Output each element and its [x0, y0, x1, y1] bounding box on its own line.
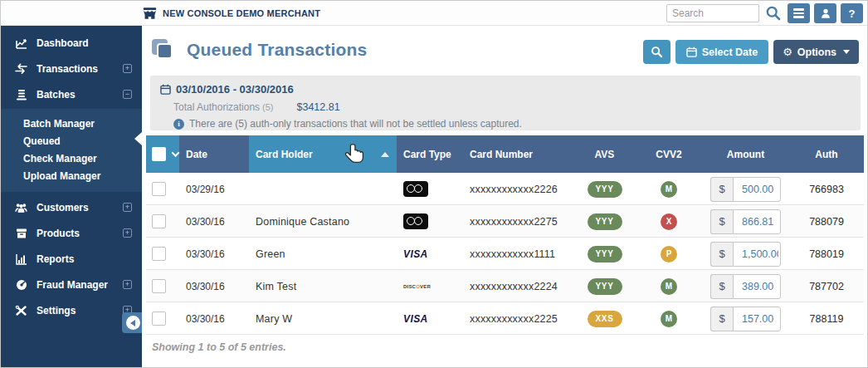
card-type-logo: DISCOVER	[397, 270, 463, 302]
auth-code: 788119	[789, 302, 864, 335]
masked-card-number: xxxxxxxxxxxx2224	[463, 270, 573, 302]
avs-badge: YYY	[588, 246, 622, 263]
active-item-notch	[134, 132, 142, 145]
row-checkbox[interactable]	[152, 312, 166, 326]
currency-prefix: $	[710, 307, 733, 331]
column-header-card-number[interactable]: Card Number	[463, 135, 573, 173]
card-holder-name: Kim Test	[249, 270, 397, 302]
table-row: 03/30/16 Mary W VISA xxxxxxxxxxxx2225 XX…	[146, 302, 864, 335]
amount-input-group: $	[710, 242, 781, 267]
row-checkbox[interactable]	[152, 279, 166, 293]
amount-input[interactable]	[733, 177, 781, 202]
merchant-brand: NEW CONSOLE DEMO MERCHANT	[143, 1, 320, 26]
card-type-logo: VISA	[397, 302, 463, 335]
currency-prefix: $	[710, 242, 733, 267]
currency-prefix: $	[710, 274, 733, 299]
amount-input-group: $	[710, 274, 781, 299]
sidebar-item-settings[interactable]: Settings +	[1, 297, 142, 323]
calendar-icon	[686, 47, 697, 57]
sidebar-item-products[interactable]: Products +	[1, 220, 142, 246]
row-checkbox[interactable]	[152, 247, 166, 261]
sidebar-item-transactions[interactable]: Transactions +	[1, 56, 142, 81]
column-header-auth[interactable]: Auth	[789, 135, 864, 173]
column-header-card-holder[interactable]: Card Holder	[249, 135, 397, 173]
sidebar-item-batches[interactable]: Batches −	[1, 81, 142, 107]
expand-icon[interactable]: +	[123, 280, 132, 289]
table-search-button[interactable]	[643, 40, 671, 64]
transaction-date: 03/29/16	[179, 173, 249, 205]
collapse-section-icon[interactable]: −	[123, 90, 132, 99]
menu-button[interactable]	[788, 3, 810, 23]
table-footer: Showing 1 to 5 of 5 entries.	[152, 341, 286, 353]
sort-ascending-icon	[381, 152, 389, 157]
expand-icon[interactable]: +	[123, 203, 132, 212]
table-row: 03/30/16 Green VISA xxxxxxxxxxxx1111 YYY…	[146, 238, 864, 270]
amount-input-group: $	[710, 209, 781, 234]
question-icon: ?	[849, 7, 856, 20]
transfer-arrows-icon	[15, 63, 27, 74]
visa-logo: VISA	[403, 313, 428, 325]
transaction-date: 03/30/16	[179, 205, 249, 238]
product-box-icon	[15, 228, 27, 239]
sidebar-item-customers[interactable]: Customers +	[1, 194, 142, 220]
transaction-date: 03/30/16	[179, 270, 249, 302]
amount-input[interactable]	[733, 307, 781, 331]
select-date-button[interactable]: Select Date	[675, 40, 768, 64]
sidebar-item-check-manager[interactable]: Check Manager	[1, 150, 142, 167]
column-header-amount[interactable]: Amount	[702, 135, 789, 173]
users-icon	[15, 202, 27, 213]
avs-badge: YYY	[588, 213, 622, 230]
page-header: Queued Transactions Select Date ⚙ Option…	[152, 37, 859, 66]
expand-icon[interactable]: +	[123, 64, 132, 73]
auth-only-notice: There are (5) auth-only transactions tha…	[189, 118, 522, 130]
options-button[interactable]: ⚙ Options	[773, 40, 859, 64]
column-header-card-type[interactable]: Card Type	[397, 135, 463, 173]
column-header-avs[interactable]: AVS	[573, 135, 636, 173]
sidebar-item-fraud-manager[interactable]: Fraud Manager +	[1, 272, 142, 297]
sidebar-item-dashboard[interactable]: Dashboard	[1, 30, 142, 56]
table-row: 03/29/16 xxxxxxxxxxxx2226 YYY M $ 766983	[146, 173, 864, 205]
amount-input[interactable]	[733, 274, 781, 299]
avs-badge: YYY	[588, 181, 622, 198]
row-checkbox[interactable]	[152, 182, 166, 196]
page-title: Queued Transactions	[187, 40, 367, 60]
page-actions: Select Date ⚙ Options	[643, 40, 859, 64]
sidebar-item-queued[interactable]: Queued	[1, 132, 142, 150]
help-button[interactable]: ?	[841, 3, 863, 23]
card-type-logo	[397, 173, 463, 205]
account-button[interactable]	[814, 3, 836, 23]
amount-input[interactable]	[733, 242, 781, 267]
transactions-table: Date Card Holder Card Type Card Number A…	[146, 135, 864, 335]
transaction-date: 03/30/16	[179, 302, 249, 335]
expand-icon[interactable]: +	[123, 228, 132, 238]
auth-code: 788079	[789, 205, 864, 238]
sidebar-item-reports[interactable]: Reports	[1, 246, 142, 272]
sidebar: Dashboard Transactions + Batches − Batch…	[1, 26, 142, 368]
card-holder-name: Dominique Castano	[249, 205, 397, 238]
column-header-cvv2[interactable]: CVV2	[636, 135, 702, 173]
collapse-arrow-icon	[126, 316, 140, 330]
batch-stack-icon	[15, 89, 27, 101]
auth-code: 787702	[789, 270, 864, 302]
row-checkbox[interactable]	[152, 214, 166, 228]
chevron-down-icon[interactable]	[172, 149, 180, 157]
column-header-date[interactable]: Date	[179, 135, 249, 173]
select-all-checkbox[interactable]	[152, 147, 166, 161]
sidebar-item-label: Products	[37, 228, 80, 239]
batches-submenu: Batch Manager Queued Check Manager Uploa…	[1, 109, 142, 192]
sidebar-item-upload-manager[interactable]: Upload Manager	[1, 167, 142, 184]
mastercard-logo	[403, 181, 428, 197]
search-input[interactable]	[666, 4, 759, 22]
auth-code: 766983	[789, 173, 864, 205]
currency-prefix: $	[710, 177, 733, 202]
merchant-name: NEW CONSOLE DEMO MERCHANT	[163, 8, 320, 18]
search-icon[interactable]	[765, 5, 782, 22]
sidebar-item-batch-manager[interactable]: Batch Manager	[1, 115, 142, 132]
amount-input[interactable]	[733, 209, 781, 234]
top-right-controls: ?	[666, 3, 863, 23]
table-body: 03/29/16 xxxxxxxxxxxx2226 YYY M $ 766983…	[146, 173, 864, 335]
total-authorizations-label: Total Authorizations	[173, 101, 260, 113]
table-header: Date Card Holder Card Type Card Number A…	[146, 135, 864, 173]
auth-code: 788019	[789, 238, 864, 270]
total-authorizations-count: (5)	[262, 102, 273, 112]
